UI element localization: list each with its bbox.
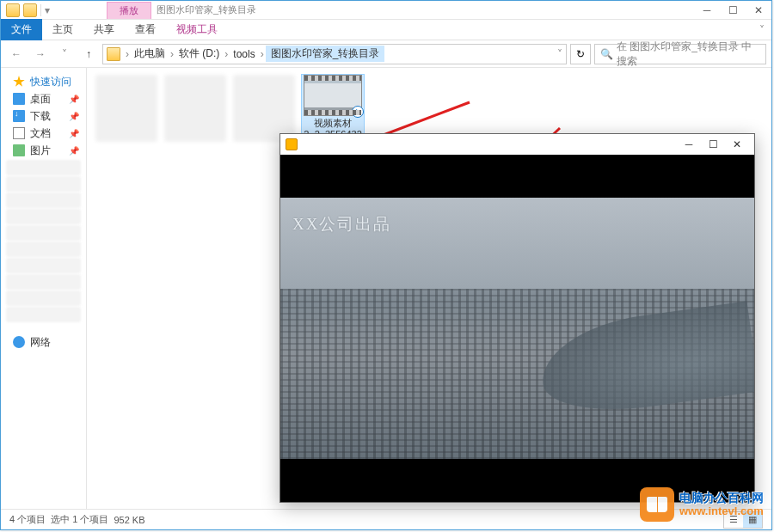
- qat-dropdown-icon[interactable]: ▾: [45, 4, 50, 16]
- ribbon-tabs: 文件 主页 共享 查看 视频工具 ˅: [1, 20, 771, 40]
- minimize-button[interactable]: ─: [677, 136, 701, 153]
- file-tile-blurred[interactable]: [95, 75, 157, 142]
- file-tile-blurred[interactable]: [233, 75, 295, 142]
- status-selected: 选中 1 个项目: [51, 513, 108, 526]
- sidebar-desktop[interactable]: 桌面 📌: [1, 90, 86, 107]
- pin-icon: 📌: [69, 112, 79, 121]
- sidebar-label: 图片: [30, 144, 51, 158]
- tab-view[interactable]: 查看: [125, 19, 166, 40]
- download-icon: [13, 110, 25, 122]
- sidebar-item-blurred[interactable]: [6, 176, 81, 192]
- pin-icon: 📌: [69, 129, 79, 138]
- pin-icon: 📌: [69, 146, 79, 156]
- thumbnails-view-button[interactable]: ▦: [743, 512, 762, 528]
- tab-share[interactable]: 共享: [83, 19, 125, 40]
- refresh-button[interactable]: ↻: [570, 44, 591, 64]
- video-player-window: ─ ☐ ✕ XX公司出品: [280, 133, 755, 503]
- video-watermark-text: XX公司出品: [292, 213, 391, 235]
- pictures-icon: [13, 144, 25, 156]
- sidebar-item-blurred[interactable]: [6, 290, 81, 306]
- sidebar-quick-access[interactable]: 快速访问: [1, 73, 86, 90]
- up-button[interactable]: ↑: [78, 44, 99, 64]
- document-icon: [13, 127, 25, 139]
- address-bar-row: ← → ˅ ↑ › 此电脑 › 软件 (D:) › tools › 图图水印管家…: [1, 40, 771, 68]
- breadcrumb-current[interactable]: 图图水印管家_转换目录: [266, 46, 385, 62]
- breadcrumb-pc[interactable]: 此电脑: [131, 46, 169, 61]
- breadcrumb-drive[interactable]: 软件 (D:): [175, 46, 223, 61]
- window-title: 图图水印管家_转换目录: [151, 2, 261, 18]
- window-controls: ─ ☐ ✕: [694, 2, 771, 19]
- chevron-right-icon[interactable]: ›: [124, 48, 131, 60]
- sidebar-item-blurred[interactable]: [6, 209, 81, 224]
- titlebar: ▾ 播放 图图水印管家_转换目录 ─ ☐ ✕: [1, 1, 771, 20]
- quick-access-toolbar: ▾: [1, 3, 55, 17]
- chevron-right-icon[interactable]: ›: [223, 48, 230, 60]
- tab-file[interactable]: 文件: [1, 19, 42, 40]
- sidebar-pictures[interactable]: 图片 📌: [1, 142, 86, 159]
- navigation-pane: 快速访问 桌面 📌 下载 📌 文档 📌 图片 📌: [1, 68, 87, 509]
- maximize-button[interactable]: ☐: [720, 2, 746, 19]
- separator: [40, 4, 41, 16]
- sidebar-downloads[interactable]: 下载 📌: [1, 107, 86, 125]
- sidebar-label: 文档: [30, 126, 51, 141]
- folder-open-icon[interactable]: [23, 3, 37, 17]
- status-bar: 4 个项目 选中 1 个项目 952 KB ☰ ▦: [1, 509, 771, 529]
- network-icon: [13, 336, 25, 348]
- sidebar-label: 快速访问: [30, 75, 71, 89]
- search-placeholder: 在 图图水印管家_转换目录 中搜索: [617, 40, 760, 69]
- sidebar-item-blurred[interactable]: [6, 258, 81, 273]
- status-size: 952 KB: [114, 515, 144, 525]
- search-input[interactable]: 🔍 在 图图水印管家_转换目录 中搜索: [594, 44, 766, 64]
- video-frame-cityscape: [280, 198, 754, 459]
- sidebar-item-blurred[interactable]: [6, 225, 81, 241]
- search-icon: 🔍: [600, 48, 613, 60]
- ribbon-expand-icon[interactable]: ˅: [752, 24, 771, 36]
- dropdown-icon[interactable]: ˅: [557, 48, 562, 60]
- desktop-icon: [13, 93, 25, 105]
- sidebar-label: 下载: [30, 109, 51, 124]
- pin-icon: 📌: [69, 95, 79, 104]
- sidebar-item-blurred[interactable]: [6, 160, 81, 175]
- back-button[interactable]: ←: [6, 44, 27, 64]
- close-button[interactable]: ✕: [746, 2, 771, 19]
- contextual-tab: 播放: [107, 1, 151, 19]
- details-view-button[interactable]: ☰: [724, 512, 743, 528]
- file-tile-blurred[interactable]: [164, 75, 226, 142]
- status-item-count: 4 个项目: [9, 513, 46, 526]
- play-context-tab[interactable]: 播放: [107, 2, 151, 19]
- sidebar-documents[interactable]: 文档 📌: [1, 125, 86, 142]
- sidebar-network[interactable]: 网络: [1, 333, 86, 351]
- tab-home[interactable]: 主页: [42, 19, 83, 40]
- minimize-button[interactable]: ─: [694, 2, 720, 19]
- video-frame-river: [536, 301, 754, 421]
- sidebar-item-blurred[interactable]: [6, 242, 81, 257]
- breadcrumb[interactable]: › 此电脑 › 软件 (D:) › tools › 图图水印管家_转换目录 ˅: [102, 44, 567, 64]
- video-viewport[interactable]: XX公司出品: [280, 155, 754, 502]
- folder-icon: [107, 47, 120, 61]
- player-titlebar[interactable]: ─ ☐ ✕: [280, 134, 754, 155]
- folder-icon[interactable]: [6, 3, 20, 17]
- close-button[interactable]: ✕: [725, 136, 749, 153]
- sidebar-label: 桌面: [30, 92, 51, 107]
- sidebar-item-blurred[interactable]: [6, 193, 81, 208]
- sidebar-label: 网络: [30, 335, 51, 350]
- tab-video-tools[interactable]: 视频工具: [166, 19, 228, 40]
- chevron-right-icon[interactable]: ›: [259, 48, 266, 60]
- recent-dropdown-icon[interactable]: ˅: [54, 44, 75, 64]
- forward-button[interactable]: →: [30, 44, 51, 64]
- chevron-right-icon[interactable]: ›: [169, 48, 175, 60]
- breadcrumb-tools[interactable]: tools: [230, 48, 258, 60]
- player-app-icon: [286, 138, 298, 150]
- sidebar-item-blurred[interactable]: [6, 307, 81, 322]
- view-mode-toggle: ☰ ▦: [723, 511, 763, 529]
- sidebar-item-blurred[interactable]: [6, 274, 81, 290]
- star-icon: [13, 76, 25, 88]
- maximize-button[interactable]: ☐: [701, 136, 725, 153]
